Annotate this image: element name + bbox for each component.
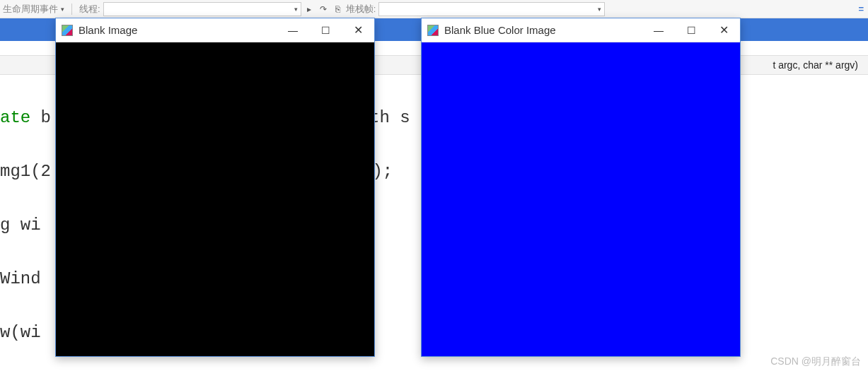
function-signature-fragment: t argc, char ** argv) bbox=[772, 59, 858, 71]
app-icon bbox=[62, 25, 73, 36]
close-button[interactable]: ✕ bbox=[342, 18, 374, 42]
step-icon[interactable]: ▸ bbox=[304, 4, 314, 14]
titlebar[interactable]: Blank Image — ☐ ✕ bbox=[56, 18, 374, 42]
minimize-button[interactable]: — bbox=[277, 18, 309, 42]
process-icon[interactable]: ⎘ bbox=[332, 4, 343, 14]
chevron-down-icon: ▾ bbox=[294, 6, 298, 13]
code-text: ate bbox=[0, 108, 41, 127]
app-icon bbox=[427, 25, 439, 36]
close-button[interactable]: ✕ bbox=[707, 18, 740, 42]
code-text: b bbox=[41, 108, 51, 127]
maximize-button[interactable]: ☐ bbox=[675, 18, 707, 42]
opencv-window-blank-image[interactable]: Blank Image — ☐ ✕ bbox=[55, 18, 375, 357]
image-canvas-blue bbox=[422, 42, 740, 356]
toolbar-label-stack: 堆栈帧: bbox=[346, 3, 376, 16]
stack-dropdown[interactable]: ▾ bbox=[378, 2, 605, 16]
code-text: w(wi bbox=[0, 323, 41, 342]
image-canvas-black bbox=[56, 42, 374, 356]
window-title: Blank Image bbox=[79, 24, 277, 36]
window-title: Blank Blue Color Image bbox=[444, 24, 642, 36]
toolbar-label-lifecycle: 生命周期事件 bbox=[3, 3, 58, 16]
code-text: th s bbox=[369, 108, 410, 127]
window-controls: — ☐ ✕ bbox=[277, 18, 374, 42]
chevron-down-icon: ▾ bbox=[598, 6, 601, 13]
code-text: Wind bbox=[0, 269, 41, 288]
thread-dropdown[interactable]: ▾ bbox=[103, 2, 301, 16]
separator bbox=[71, 4, 72, 15]
settings-icon[interactable]: = bbox=[858, 4, 864, 14]
opencv-window-blank-blue-image[interactable]: Blank Blue Color Image — ☐ ✕ bbox=[421, 18, 741, 357]
code-text: mg1(2 bbox=[0, 162, 51, 181]
titlebar[interactable]: Blank Blue Color Image — ☐ ✕ bbox=[422, 18, 740, 42]
toolbar-label-thread: 线程: bbox=[79, 3, 100, 16]
step-over-icon[interactable]: ↷ bbox=[317, 4, 330, 14]
window-controls: — ☐ ✕ bbox=[642, 18, 740, 42]
chevron-down-icon[interactable]: ▾ bbox=[61, 6, 64, 13]
watermark: CSDN @明月醉窗台 bbox=[770, 355, 861, 368]
minimize-button[interactable]: — bbox=[642, 18, 675, 42]
maximize-button[interactable]: ☐ bbox=[309, 18, 342, 42]
code-text: g wi bbox=[0, 216, 41, 235]
toolbar: 生命周期事件 ▾ 线程: ▾ ▸ ↷ ⎘ 堆栈帧: ▾ = bbox=[0, 0, 868, 18]
